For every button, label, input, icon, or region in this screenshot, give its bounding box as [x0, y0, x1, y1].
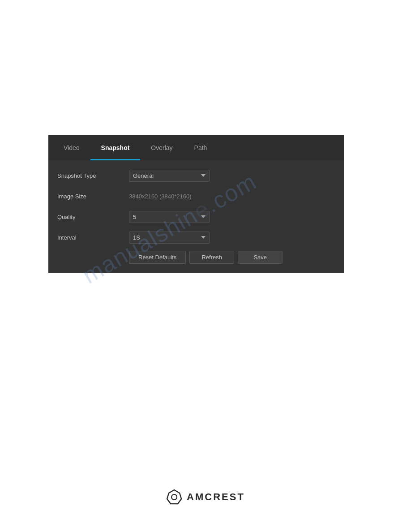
svg-marker-0 [167, 490, 181, 504]
quality-row: Quality 1 2 3 4 5 6 [57, 210, 335, 224]
tab-snapshot[interactable]: Snapshot [90, 135, 141, 160]
refresh-button[interactable]: Refresh [189, 251, 234, 264]
tab-snapshot-label: Snapshot [101, 144, 130, 151]
button-row: Reset Defaults Refresh Save [57, 251, 335, 264]
image-size-control: 3840x2160 (3840*2160) [129, 192, 335, 200]
tab-bar: Video Snapshot Overlay Path [48, 135, 344, 160]
image-size-label: Image Size [57, 193, 129, 200]
amcrest-logo-icon [166, 489, 182, 505]
tab-overlay[interactable]: Overlay [140, 135, 183, 160]
reset-defaults-button[interactable]: Reset Defaults [129, 251, 186, 264]
quality-select[interactable]: 1 2 3 4 5 6 [129, 211, 210, 223]
interval-row: Interval 1S 2S 3S 4S 5S [57, 230, 335, 245]
tab-path[interactable]: Path [184, 135, 218, 160]
tab-overlay-label: Overlay [151, 144, 172, 151]
footer-logo: AMCREST [166, 489, 245, 505]
save-button[interactable]: Save [238, 251, 283, 264]
tab-path-label: Path [194, 144, 207, 151]
interval-label: Interval [57, 234, 129, 241]
tab-video-label: Video [64, 144, 80, 151]
snapshot-type-control: General Trigger [129, 170, 335, 182]
quality-label: Quality [57, 214, 129, 220]
page-container: Video Snapshot Overlay Path Snapshot Typ… [0, 0, 411, 532]
quality-control: 1 2 3 4 5 6 [129, 211, 335, 223]
main-panel: Video Snapshot Overlay Path Snapshot Typ… [48, 135, 344, 273]
amcrest-logo-text: AMCREST [187, 491, 245, 503]
interval-select[interactable]: 1S 2S 3S 4S 5S [129, 232, 210, 244]
svg-point-1 [171, 494, 177, 500]
snapshot-type-row: Snapshot Type General Trigger [57, 168, 335, 183]
snapshot-type-select[interactable]: General Trigger [129, 170, 210, 182]
image-size-value: 3840x2160 (3840*2160) [129, 193, 192, 200]
content-area: Snapshot Type General Trigger Image Size… [48, 160, 344, 273]
snapshot-type-label: Snapshot Type [57, 172, 129, 179]
tab-video[interactable]: Video [53, 135, 90, 160]
interval-control: 1S 2S 3S 4S 5S [129, 232, 335, 244]
image-size-row: Image Size 3840x2160 (3840*2160) [57, 189, 335, 203]
